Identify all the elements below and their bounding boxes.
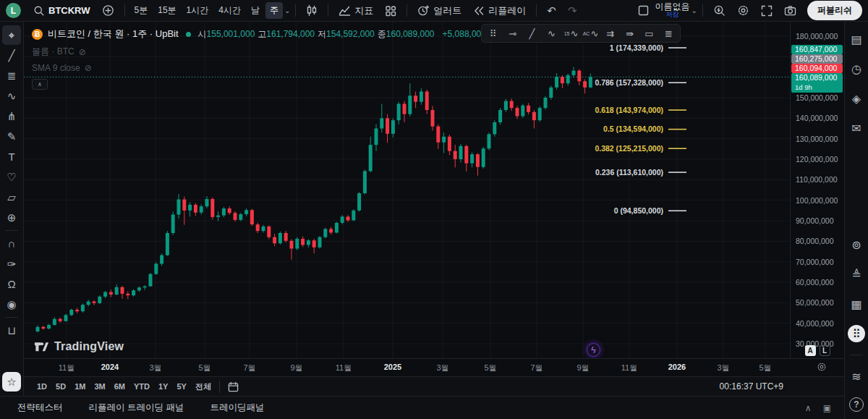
fib-retracement-drawing[interactable]: 1 (174,339,000)0.786 (157,328,000)0.618 … [595, 43, 686, 215]
prediction-forks-tool[interactable]: ⋔ [2, 106, 21, 126]
range-1Y[interactable]: 1Y [154, 380, 172, 393]
compare-add-icon[interactable] [97, 2, 119, 19]
ohlc-values: 시155,001,000고161,794,000저154,592,000종160… [198, 28, 438, 41]
interval-날[interactable]: 날 [247, 2, 264, 19]
trend-line-tool[interactable]: ╱ [2, 46, 21, 65]
svg-text:0.786 (157,328,000): 0.786 (157,328,000) [595, 78, 663, 87]
drawing-tools-sidebar: ⌖╱≣∿⋔✎T♡▱⊕∩✑Ω◉⊔☆ [0, 22, 24, 396]
interval-1시간[interactable]: 1시간 [182, 2, 213, 19]
quick-search-icon[interactable] [708, 2, 731, 19]
replay-icon [473, 6, 485, 16]
object-tree-icon[interactable]: ◈ [848, 90, 865, 107]
hidden-eye-icon[interactable]: ⊘ [79, 47, 86, 57]
symbol-title[interactable]: 비트코인 / 한국 원 · 1주 · UpBit [48, 27, 179, 41]
axis-settings-gear-icon[interactable] [817, 362, 827, 372]
alerts-icon[interactable]: ◷ [848, 60, 865, 77]
magnet-tool[interactable]: ∩ [2, 234, 21, 253]
layout-select-icon[interactable] [633, 3, 654, 18]
settings-gear-icon[interactable] [732, 2, 754, 19]
panel-tab[interactable]: 전략테스터 [17, 402, 63, 414]
svg-text:0.382 (125,215,000): 0.382 (125,215,000) [595, 144, 663, 153]
user-avatar[interactable]: L [6, 3, 21, 18]
measure-ruler-tool[interactable]: ▱ [2, 187, 21, 207]
trend-line-icon[interactable]: ╱ [523, 26, 541, 41]
crosshair-tool[interactable]: ⌖ [2, 25, 21, 45]
interval-주[interactable]: 주 [265, 2, 283, 19]
apps-grid-icon[interactable]: ⠿ [848, 325, 865, 342]
interval-dropdown-icon[interactable]: ⌄ [284, 7, 290, 14]
snapshot-camera-icon[interactable] [779, 3, 801, 18]
redo-button[interactable]: ↷ [563, 2, 582, 20]
range-5D[interactable]: 5D [51, 380, 70, 393]
favorites-star-tool[interactable]: ☆ [2, 372, 21, 392]
economic-calendar-icon[interactable]: ▦ [848, 295, 865, 313]
remove-drawings-tool[interactable]: ⊔ [2, 321, 21, 340]
fullscreen-icon[interactable] [756, 3, 778, 19]
replay-button[interactable]: 리플레이 [468, 2, 531, 20]
horizontal-line-icon[interactable]: ⊸ [503, 26, 522, 41]
range-3M[interactable]: 3M [90, 380, 109, 393]
undo-button[interactable]: ↶ [542, 2, 561, 20]
panel-collapse-icon[interactable]: ∧ [805, 403, 812, 413]
legend-collapse-button[interactable]: ∧ [32, 79, 48, 90]
disjoint-channel-icon[interactable]: ⇛ [621, 26, 639, 41]
indicators-button[interactable]: 지표 [333, 2, 378, 20]
chart-style-button[interactable] [301, 2, 323, 19]
brush-tool[interactable]: ✎ [2, 127, 21, 146]
axis-a-button[interactable]: A [805, 345, 816, 356]
layout-dropdown-icon[interactable]: ⌄ [692, 7, 697, 14]
drag-handle[interactable]: ⠿ [484, 26, 502, 41]
alert-button[interactable]: 얼러트 [412, 2, 467, 20]
panel-tab[interactable]: 트레이딩패널 [210, 402, 264, 414]
zoom-in-tool[interactable]: ⊕ [2, 208, 21, 227]
lock-all-drawings-tool[interactable]: Ω [2, 274, 21, 294]
interval-4시간[interactable]: 4시간 [214, 2, 245, 19]
price-tick: 180,000,000 [796, 31, 838, 41]
indicator-templates-icon[interactable] [380, 3, 401, 19]
drawing-lock-tool[interactable]: ✑ [2, 254, 21, 274]
replay-point-badge[interactable]: ϟ [587, 343, 600, 357]
panel-layout-icon[interactable]: ▣ [823, 403, 831, 413]
range-1M[interactable]: 1M [70, 380, 90, 393]
interval-15분[interactable]: 15분 [153, 2, 180, 19]
publish-button[interactable]: 퍼블리쉬 [807, 1, 862, 20]
session-clock[interactable]: 00:16:37 UTC+9 [720, 381, 783, 392]
chat-icon[interactable]: ✉ [848, 119, 865, 137]
elliott-impulse-icon[interactable]: 15∿ [562, 26, 580, 41]
range-1D[interactable]: 1D [33, 380, 51, 393]
price-axis[interactable]: 180,000,000150,000,000140,000,000130,000… [790, 22, 844, 358]
panel-tab[interactable]: 리플레이 트레이딩 패널 [89, 402, 184, 414]
interval-5분[interactable]: 5분 [130, 2, 153, 19]
price-tick: 80,000,000 [796, 236, 834, 246]
chart-pane[interactable]: 1 (174,339,000)0.786 (157,328,000)0.618 … [24, 22, 790, 358]
price-tick: 50,000,000 [796, 297, 834, 308]
axis-l-button[interactable]: L [820, 345, 830, 356]
range-YTD[interactable]: YTD [129, 380, 154, 393]
time-axis[interactable]: 11월20243월5월7월9월11월20253월5월7월9월11월20263월5… [24, 358, 844, 376]
axis-buttons: AL [791, 345, 844, 356]
flat-top-bottom-icon[interactable]: ⇉ [601, 26, 619, 41]
pine-editor-icon[interactable]: ≜ [848, 266, 865, 283]
help-icon[interactable]: ? [849, 397, 864, 412]
watchlist-icon[interactable]: ▤ [848, 30, 865, 48]
elliott-correction-icon[interactable]: AC∿ [582, 26, 600, 41]
range-5Y[interactable]: 5Y [172, 380, 190, 393]
range-6M[interactable]: 6M [110, 380, 129, 393]
hidden-eye-icon[interactable]: ⊘ [85, 63, 92, 73]
symbol-search-button[interactable]: BTCKRW [28, 3, 95, 19]
xabcd-pattern-icon[interactable]: ∿ [542, 26, 561, 41]
fib-retracement-tool[interactable]: ≣ [2, 66, 21, 85]
data-connection-icon[interactable]: ≋ [848, 368, 865, 385]
parallel-channel-icon[interactable]: ≣ [660, 26, 678, 41]
emoji-tool[interactable]: ♡ [2, 167, 21, 187]
go-to-date-icon[interactable] [228, 381, 239, 392]
screener-icon[interactable]: ⊚ [848, 236, 865, 253]
range-전체[interactable]: 전체 [191, 380, 216, 393]
pattern-tool[interactable]: ∿ [2, 86, 21, 106]
rectangle-icon[interactable]: ▭ [640, 26, 658, 41]
current-price-label: 160,089,0001d 9h [791, 73, 843, 93]
text-tool[interactable]: T [2, 147, 21, 166]
layout-name-button[interactable]: 이름없음 저장 [655, 3, 690, 19]
market-status-dot[interactable] [186, 32, 191, 37]
hide-all-drawings-tool[interactable]: ◉ [2, 295, 21, 314]
